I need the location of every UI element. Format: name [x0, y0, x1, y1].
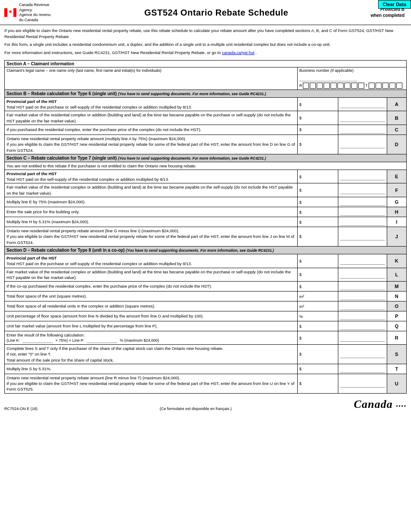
main-form-table: Section A – Claimant information Claiman…	[4, 60, 407, 394]
table-row: Unit fair market value (amount from line…	[5, 321, 407, 331]
line-q-input-cell	[338, 321, 387, 331]
line-o-id: O	[387, 301, 406, 311]
line-d-input[interactable]	[340, 141, 385, 148]
line-j-label: Ontario new residential rental property …	[5, 227, 298, 247]
line-u-input[interactable]	[340, 380, 385, 388]
footer-form-num: RC7524-ON E (18)	[4, 407, 38, 411]
table-row: Fair market value of the residential com…	[5, 111, 407, 125]
line-b-input[interactable]	[340, 114, 385, 122]
section-d-note: (You have to send supporting documents. …	[126, 248, 274, 253]
line-r-linek-input[interactable]	[22, 338, 53, 343]
table-row: Provincial part of the HST Total HST pai…	[5, 254, 407, 268]
table-row: Enter the sale price for the building on…	[5, 207, 407, 217]
line-j-desc2: If you are eligible to claim the GST/HST…	[6, 234, 294, 244]
footer-french-note: (Ce formulaire est disponible en françai…	[160, 407, 232, 411]
line-c-input-cell	[338, 125, 387, 135]
line-g-input[interactable]	[340, 198, 385, 206]
line-q-input[interactable]	[340, 322, 385, 330]
line-h-dollar: $	[297, 207, 338, 217]
svg-rect-0	[4, 8, 7, 17]
table-row: Multiply line E by 75% (maximum $24,000)…	[5, 197, 407, 207]
form-title: GST524 Ontario Rebate Schedule	[144, 8, 289, 17]
line-t-id: T	[387, 364, 406, 374]
line-a-input[interactable]	[340, 100, 385, 108]
line-j-input[interactable]	[340, 233, 385, 240]
canada-wordmark-area: Canada ••••	[354, 398, 407, 411]
line-f-id: F	[387, 183, 406, 197]
line-s-desc3: Total amount of the sale price for the s…	[6, 358, 114, 362]
line-s-input[interactable]	[340, 350, 385, 358]
section-b-note: (You have to send supporting documents. …	[118, 92, 266, 96]
table-row: Ontario new residential rental property …	[5, 374, 407, 393]
line-e-input-cell	[338, 170, 387, 183]
line-h-input[interactable]	[340, 208, 385, 216]
line-q-dollar: $	[297, 321, 338, 331]
line-c-input[interactable]	[340, 126, 385, 134]
line-i-id: I	[387, 217, 406, 227]
line-e-desc: Total HST paid on the self-supply of the…	[6, 177, 169, 182]
bn-box-2	[310, 83, 316, 89]
bn-box-4	[324, 83, 330, 89]
line-h-label: Enter the sale price for the building on…	[5, 207, 298, 217]
line-c-id: C	[387, 125, 406, 135]
line-p-input-cell	[338, 311, 387, 321]
canada-wordmark: Canada ••••	[354, 398, 407, 411]
canada-dots: ••••	[396, 403, 407, 409]
line-a-dollar: $	[297, 97, 338, 111]
section-b-header-row: Section B – Rebate calculation for Type …	[5, 90, 407, 97]
line-f-dollar: $	[297, 183, 338, 197]
line-n-input-cell	[338, 292, 387, 301]
line-a-desc: Total HST paid on the purchase or self-s…	[6, 105, 192, 109]
table-row: Provincial part of the HST Total HST pai…	[5, 170, 407, 183]
line-o-m2-label: m²	[297, 301, 338, 311]
bn-box-t2	[376, 83, 382, 89]
line-k-provincial-label: Provincial part of the HST	[6, 256, 57, 260]
line-l-input[interactable]	[340, 271, 385, 279]
line-s-input-cell	[338, 344, 387, 364]
line-j-desc1: Ontario new residential rental property …	[6, 228, 179, 233]
bn-box-3	[317, 83, 323, 89]
line-m-input-cell	[338, 282, 387, 292]
line-m-id: M	[387, 282, 406, 292]
line-d-desc1: Ontario new residential rental property …	[6, 136, 186, 141]
table-row: Fair market value of the residential com…	[5, 268, 407, 282]
line-e-input[interactable]	[340, 173, 385, 180]
line-b-label: Fair market value of the residential com…	[5, 111, 298, 125]
line-t-dollar: $	[297, 364, 338, 374]
line-i-input[interactable]	[340, 218, 385, 226]
line-t-input-cell	[338, 364, 387, 374]
line-p-label: Unit percentage of floor space (amount f…	[5, 311, 298, 321]
svg-rect-2	[13, 8, 16, 17]
line-n-input[interactable]	[340, 292, 385, 300]
line-o-label: Total floor space of all residential uni…	[5, 301, 298, 311]
line-u-id: U	[387, 374, 406, 393]
line-u-dollar: $	[297, 374, 338, 393]
line-k-input[interactable]	[340, 257, 385, 265]
line-j-input-cell	[338, 227, 387, 247]
line-i-input-cell	[338, 217, 387, 227]
line-o-input[interactable]	[340, 302, 385, 310]
clear-data-button[interactable]: Clear Data	[378, 0, 411, 9]
claimant-name-input[interactable]	[299, 74, 357, 81]
line-j-dollar: $	[297, 227, 338, 247]
bn-box-t4	[389, 83, 395, 89]
line-k-desc: Total HST paid on the purchase or self-s…	[6, 261, 192, 266]
intro-p1: If you are eligible to claim the Ontario…	[4, 28, 407, 40]
section-d-title: Section D – Rebate calculation for Type …	[6, 248, 125, 253]
line-t-input[interactable]	[340, 365, 385, 373]
line-r-id: R	[387, 331, 406, 345]
line-m-input[interactable]	[340, 282, 385, 290]
claimant-input-area: Business number (if applicable) R T	[297, 67, 406, 90]
line-r-linep-input[interactable]	[87, 338, 117, 343]
form-title-area: GST524 Ontario Rebate Schedule	[82, 8, 350, 18]
line-f-input[interactable]	[340, 186, 385, 194]
bn-box-8	[351, 83, 357, 89]
canada-link[interactable]: canada.ca/gst-hst	[222, 50, 254, 55]
table-row: Enter the result of the following calcul…	[5, 331, 407, 345]
line-p-input[interactable]	[340, 312, 385, 320]
line-r-input-cell	[338, 331, 387, 345]
line-u-input-cell	[338, 374, 387, 393]
section-c-header: Section C – Rebate calculation for Type …	[5, 154, 407, 162]
line-k-dollar: $	[297, 254, 338, 268]
line-r-input[interactable]	[340, 334, 385, 342]
